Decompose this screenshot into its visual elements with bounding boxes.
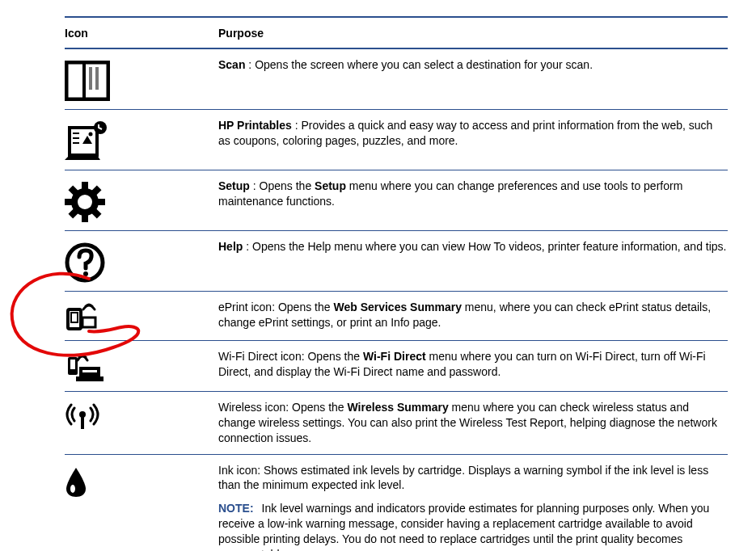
eprint-icon	[65, 303, 100, 332]
svg-rect-29	[76, 376, 103, 381]
svg-rect-8	[73, 142, 79, 144]
note-label: NOTE:	[218, 502, 254, 515]
table-row: ePrint icon: Opens the Web Services Summ…	[65, 291, 728, 340]
svg-rect-1	[82, 62, 86, 99]
svg-rect-26	[70, 360, 75, 369]
scan-icon	[65, 61, 110, 101]
row-desc: Opens the screen where you can select a …	[255, 58, 593, 71]
row-title: Wi-Fi Direct icon:	[218, 350, 307, 363]
table-row: Wireless icon: Opens the Wireless Summar…	[65, 391, 728, 454]
row-desc: Shows estimated ink levels by cartridge.…	[218, 464, 708, 492]
row-title: Scan	[218, 58, 245, 71]
gear-icon	[65, 182, 105, 222]
header-purpose: Purpose	[218, 19, 728, 48]
row-title: Ink icon:	[218, 464, 264, 477]
svg-point-32	[70, 485, 75, 493]
ink-drop-icon	[65, 466, 87, 498]
svg-rect-2	[89, 67, 92, 90]
table-row: Wi-Fi Direct icon: Opens the Wi-Fi Direc…	[65, 340, 728, 391]
printables-icon	[65, 121, 108, 162]
row-title: ePrint icon:	[218, 301, 278, 313]
row-title: Setup	[218, 179, 250, 192]
svg-rect-31	[81, 414, 84, 429]
row-title: HP Printables	[218, 119, 292, 132]
row-title: Help	[218, 240, 243, 253]
svg-rect-7	[73, 137, 79, 139]
svg-rect-23	[71, 313, 78, 322]
icon-purpose-table: Icon Purpose Scan : Opens the screen whe…	[65, 16, 728, 551]
svg-rect-6	[73, 132, 79, 134]
table-row: Setup : Opens the Setup menu where you c…	[65, 170, 728, 230]
table-row: Ink icon: Shows estimated ink levels by …	[65, 454, 728, 551]
table-header: Icon Purpose	[65, 19, 728, 48]
table-row: Help : Opens the Help menu where you can…	[65, 230, 728, 291]
row-desc: Opens the Help menu where you can view H…	[252, 240, 727, 253]
svg-point-9	[89, 132, 93, 136]
table-row: Scan : Opens the screen where you can se…	[65, 48, 728, 110]
wireless-icon	[65, 403, 100, 431]
svg-point-19	[78, 195, 92, 209]
svg-rect-0	[66, 62, 108, 99]
svg-rect-24	[82, 318, 95, 327]
svg-rect-4	[70, 128, 97, 155]
help-icon	[65, 242, 105, 283]
header-icon: Icon	[65, 19, 218, 48]
svg-rect-28	[82, 370, 97, 372]
svg-rect-3	[95, 67, 99, 90]
wifi-direct-icon	[65, 352, 103, 383]
row-title: Wireless icon:	[218, 401, 292, 414]
svg-point-21	[83, 271, 88, 276]
note-text: Ink level warnings and indicators provid…	[218, 502, 709, 551]
table-row: HP Printables : Provides a quick and eas…	[65, 109, 728, 170]
